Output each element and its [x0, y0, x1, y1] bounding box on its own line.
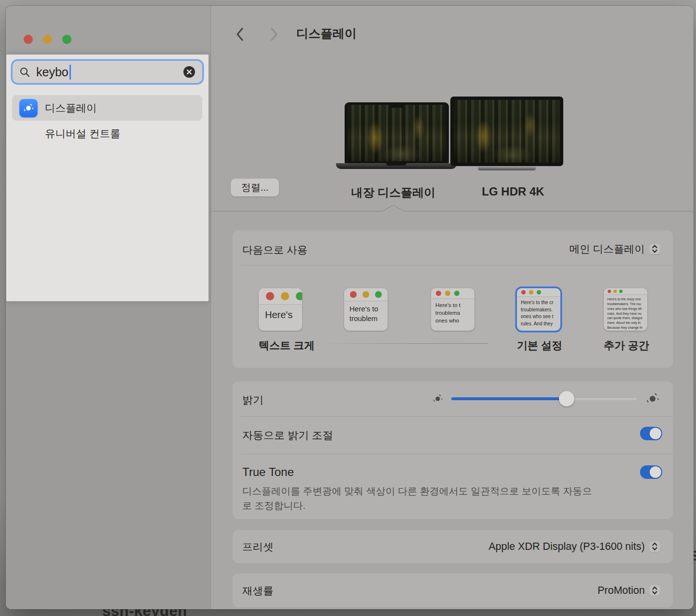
monitor-stand — [478, 166, 536, 170]
scaling-preview-window: Here's to the crazy onetroublemakers. Th… — [604, 288, 647, 331]
scaling-option-1[interactable]: Here's totroublem — [344, 288, 388, 331]
preview-traffic-lights — [344, 288, 388, 301]
sidebar: keybo 디스플레이유니버설 컨트롤 — [6, 6, 211, 609]
preview-text: Here's to the crtroublemakers.ones who s… — [517, 297, 560, 327]
true-tone-toggle[interactable] — [640, 465, 662, 479]
search-value: keybo — [36, 65, 69, 79]
page-title: 디스플레이 — [296, 26, 357, 42]
search-result-1[interactable]: 유니버설 컨트롤 — [12, 121, 202, 146]
use-as-row: 다음으로 사용 메인 디스플레이 — [242, 230, 673, 265]
preview-traffic-lights — [517, 288, 560, 297]
auto-brightness-label: 자동으로 밝기 조절 — [242, 428, 333, 443]
refresh-rate-row: 재생률 ProMotion — [242, 574, 673, 607]
display-thumbnail-builtin[interactable] — [345, 102, 449, 163]
scaling-option-0[interactable]: Here's텍스트 크게 — [259, 288, 302, 353]
lg-display-label: LG HDR 4K — [482, 185, 544, 198]
scaling-preview-window: Here's totroublem — [344, 288, 388, 331]
scaling-option-3[interactable]: Here's to the crtroublemakers.ones who s… — [517, 288, 560, 353]
wallpaper-preview — [454, 100, 560, 163]
laptop-base — [336, 163, 457, 169]
slider-thumb[interactable] — [559, 391, 574, 406]
close-button[interactable] — [24, 35, 33, 44]
clear-search-button[interactable] — [183, 66, 195, 78]
true-tone-description: 디스플레이를 주변광에 맞춰 색상이 다른 환경에서도 일관적으로 보이도록 자… — [242, 484, 599, 513]
slider-fill — [451, 397, 567, 400]
brightness-slider[interactable] — [451, 391, 637, 406]
scaling-option-label: 텍스트 크게 — [259, 338, 302, 353]
scaling-midline — [319, 343, 488, 344]
scaling-option-label: 추가 공간 — [604, 338, 647, 353]
separator — [241, 265, 673, 266]
screen: ssh-keygen s — [0, 0, 696, 616]
sidebar-dimmed-area — [6, 301, 210, 609]
refresh-rate-value: ProMotion — [598, 585, 645, 597]
use-as-label: 다음으로 사용 — [242, 243, 307, 257]
use-as-value: 메인 디스플레이 — [570, 242, 645, 256]
sun-small-icon — [432, 393, 444, 405]
text-caret — [70, 65, 71, 80]
scaling-option-label: 기본 설정 — [517, 338, 560, 353]
search-result-0[interactable]: 디스플레이 — [12, 95, 202, 121]
builtin-display-label: 내장 디스플레이 — [351, 185, 436, 200]
preview-text: Here's totroublem — [344, 301, 388, 324]
refresh-rate-card: 재생률 ProMotion — [233, 574, 673, 607]
window-controls — [24, 35, 71, 44]
scaling-option-2[interactable]: Here's to ttroublemaones who — [431, 288, 474, 331]
scaling-preview-window: Here's — [259, 288, 302, 331]
forward-button[interactable] — [266, 25, 282, 43]
brightness-label: 밝기 — [242, 393, 264, 407]
zoom-button[interactable] — [62, 35, 71, 44]
search-input[interactable]: keybo — [11, 59, 204, 84]
search-result-label: 디스플레이 — [45, 101, 97, 115]
preset-value: Apple XDR Display (P3-1600 nits) — [488, 541, 645, 553]
preview-text: Here's to ttroublemaones who — [431, 299, 474, 324]
search-result-label: 유니버설 컨트롤 — [45, 126, 120, 140]
sun-large-icon — [645, 391, 660, 406]
scaling-option-4[interactable]: Here's to the crazy onetroublemakers. Th… — [604, 288, 647, 353]
section-divider-with-notch — [211, 205, 694, 212]
auto-brightness-toggle[interactable] — [640, 427, 662, 440]
brightness-card: 밝기 — [233, 381, 673, 519]
scaling-preview-window: Here's to the crtroublemakers.ones who s… — [517, 288, 560, 331]
preview-traffic-lights — [604, 288, 647, 295]
search-highlight-panel: keybo 디스플레이유니버설 컨트롤 — [6, 55, 209, 301]
preview-text: Here's to the crazy onetroublemakers. Th… — [604, 295, 647, 330]
true-tone-row: True Tone 디스플레이를 주변광에 맞춰 색상이 다른 환경에서도 일관… — [242, 454, 673, 519]
refresh-rate-label: 재생률 — [242, 584, 274, 598]
display-thumbnail-lg-hdr-4k[interactable] — [450, 97, 563, 166]
preview-traffic-lights — [431, 288, 474, 299]
auto-brightness-row: 자동으로 밝기 조절 — [242, 416, 673, 454]
use-as-dropdown[interactable] — [649, 243, 660, 254]
true-tone-label: True Tone — [242, 465, 294, 479]
scaling-options: Here's텍스트 크게Here's totroublemHere's to t… — [233, 288, 673, 365]
wallpaper-preview — [348, 105, 446, 161]
refresh-rate-dropdown[interactable] — [649, 585, 660, 596]
arrange-button[interactable]: 정렬... — [231, 179, 279, 196]
display-settings-pane: 디스플레이 내장 디스플레이 LG HDR 4K 정렬... 다음으로 사용 — [211, 6, 694, 609]
preview-traffic-lights — [259, 288, 302, 305]
system-settings-window: keybo 디스플레이유니버설 컨트롤 — [6, 6, 694, 609]
preset-dropdown[interactable] — [649, 541, 660, 552]
preview-text: Here's — [259, 305, 302, 321]
preset-label: 프리셋 — [242, 540, 274, 554]
minimize-button[interactable] — [43, 35, 52, 44]
scaling-preview-window: Here's to ttroublemaones who — [431, 288, 474, 331]
resolution-card: 다음으로 사용 메인 디스플레이 Here's텍스트 크게Here's totr… — [233, 230, 673, 368]
search-results: 디스플레이유니버설 컨트롤 — [12, 95, 202, 146]
brightness-icon — [19, 99, 38, 117]
preset-card: 프리셋 Apple XDR Display (P3-1600 nits) — [233, 530, 673, 563]
magnifier-icon — [19, 67, 30, 78]
back-button[interactable] — [232, 25, 248, 43]
preset-row: 프리셋 Apple XDR Display (P3-1600 nits) — [242, 530, 673, 563]
